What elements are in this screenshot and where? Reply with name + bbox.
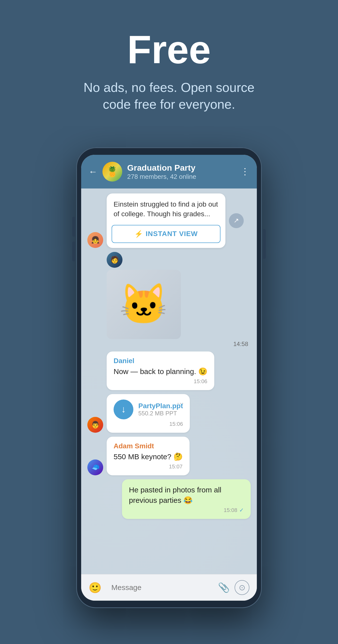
message-meta-file: 15:06 bbox=[114, 421, 183, 427]
message-time-adam: 15:07 bbox=[169, 464, 183, 470]
download-button[interactable]: ↓ bbox=[114, 400, 133, 419]
file-bubble: ⋯ ↓ PartyPlan.ppt 550.2 MB PPT 15:06 bbox=[107, 394, 190, 433]
group-avatar: 🍍 bbox=[102, 162, 122, 182]
camera-button[interactable]: ⊙ bbox=[235, 580, 249, 595]
hero-section: Free No ads, no fees. Open source code f… bbox=[0, 0, 338, 132]
sticker-time: 14:58 bbox=[107, 340, 251, 348]
article-bubble: Einstein struggled to find a job out of … bbox=[107, 194, 225, 248]
instant-view-label: INSTANT VIEW bbox=[146, 230, 198, 238]
cat-sticker: 🐱 bbox=[119, 281, 169, 328]
message-row-outgoing: He pasted in photos from all previous pa… bbox=[122, 479, 251, 519]
emoji-button[interactable]: 🙂 bbox=[89, 582, 101, 594]
message-meta-adam: 15:07 bbox=[114, 464, 183, 470]
sticker-image: A = πr² + πrss = √(r²+h²)V = l³P = 2πr 🐱 bbox=[107, 270, 181, 339]
volume-button-2 bbox=[72, 242, 75, 261]
phone-screen: ← 🍍 Graduation Party 278 members, 42 onl… bbox=[81, 155, 257, 601]
sender-name-daniel: Daniel bbox=[114, 357, 207, 365]
lightning-icon: ⚡ bbox=[134, 230, 143, 238]
power-button bbox=[263, 229, 266, 259]
group-members: 278 members, 42 online bbox=[127, 173, 236, 180]
group-info: Graduation Party 278 members, 42 online bbox=[127, 163, 236, 180]
text-bubble-outgoing: He pasted in photos from all previous pa… bbox=[122, 479, 251, 519]
file-size: 550.2 MB PPT bbox=[138, 410, 183, 417]
message-text-adam: 550 MB keynote? 🤔 bbox=[114, 452, 183, 462]
file-name: PartyPlan.ppt bbox=[138, 402, 183, 410]
sticker-background: A = πr² + πrss = √(r²+h²)V = l³P = 2πr 🐱 bbox=[107, 270, 181, 339]
sticker-area: 🧑 A = πr² + πrss = √(r²+h²)V = l³P = 2πr… bbox=[87, 252, 251, 348]
message-input-bar: 🙂 📎 ⊙ bbox=[81, 574, 257, 601]
file-info: PartyPlan.ppt 550.2 MB PPT bbox=[138, 402, 183, 417]
message-row-adam: 🧢 Adam Smidt 550 MB keynote? 🤔 15:07 bbox=[87, 437, 190, 475]
avatar-guy1: 🧑 bbox=[107, 252, 122, 268]
message-row-article: 👧 Einstein struggled to find a job out o… bbox=[87, 194, 244, 248]
message-time-daniel: 15:06 bbox=[194, 378, 207, 385]
sender-name-adam: Adam Smidt bbox=[114, 442, 183, 450]
group-name: Graduation Party bbox=[127, 163, 236, 173]
attach-button[interactable]: 📎 bbox=[218, 582, 230, 593]
phone-container: ← 🍍 Graduation Party 278 members, 42 onl… bbox=[0, 132, 338, 633]
text-bubble-daniel: Daniel Now — back to planning. 😉 15:06 bbox=[107, 352, 214, 390]
check-mark-icon: ✓ bbox=[239, 507, 244, 514]
phone-mockup: ← 🍍 Graduation Party 278 members, 42 onl… bbox=[76, 148, 262, 608]
text-bubble-adam: Adam Smidt 550 MB keynote? 🤔 15:07 bbox=[107, 437, 190, 475]
avatar-guy2: 👨 bbox=[87, 417, 103, 433]
message-meta-outgoing: 15:08 ✓ bbox=[129, 507, 244, 514]
avatar-guy3: 🧢 bbox=[87, 460, 103, 475]
more-options-icon[interactable]: ⋮ bbox=[241, 166, 249, 177]
instant-view-button[interactable]: ⚡ INSTANT VIEW bbox=[112, 225, 221, 243]
message-row-daniel: Daniel Now — back to planning. 😉 15:06 bbox=[87, 352, 214, 390]
avatar-girl: 👧 bbox=[87, 232, 103, 248]
volume-button-1 bbox=[72, 217, 75, 236]
message-time-file: 15:06 bbox=[169, 421, 183, 427]
article-preview-text: Einstein struggled to find a job out of … bbox=[107, 194, 225, 223]
message-input[interactable] bbox=[106, 579, 213, 596]
hero-subtitle: No ads, no fees. Open source code free f… bbox=[82, 79, 256, 113]
back-button[interactable]: ← bbox=[89, 166, 97, 177]
hero-title: Free bbox=[127, 30, 211, 69]
share-button[interactable]: ↗ bbox=[229, 213, 244, 228]
file-inner: ↓ PartyPlan.ppt 550.2 MB PPT bbox=[114, 400, 183, 419]
file-more-icon[interactable]: ⋯ bbox=[177, 399, 184, 407]
message-text-daniel: Now — back to planning. 😉 bbox=[114, 366, 207, 377]
message-time-outgoing: 15:08 bbox=[224, 507, 237, 514]
message-meta-daniel: 15:06 bbox=[114, 378, 207, 385]
chat-header: ← 🍍 Graduation Party 278 members, 42 onl… bbox=[81, 155, 257, 188]
chat-body: 👧 Einstein struggled to find a job out o… bbox=[81, 188, 257, 574]
message-row-file: 👨 ⋯ ↓ PartyPlan.ppt 550.2 MB PPT 15:06 bbox=[87, 394, 190, 433]
message-text-outgoing: He pasted in photos from all previous pa… bbox=[129, 485, 244, 506]
